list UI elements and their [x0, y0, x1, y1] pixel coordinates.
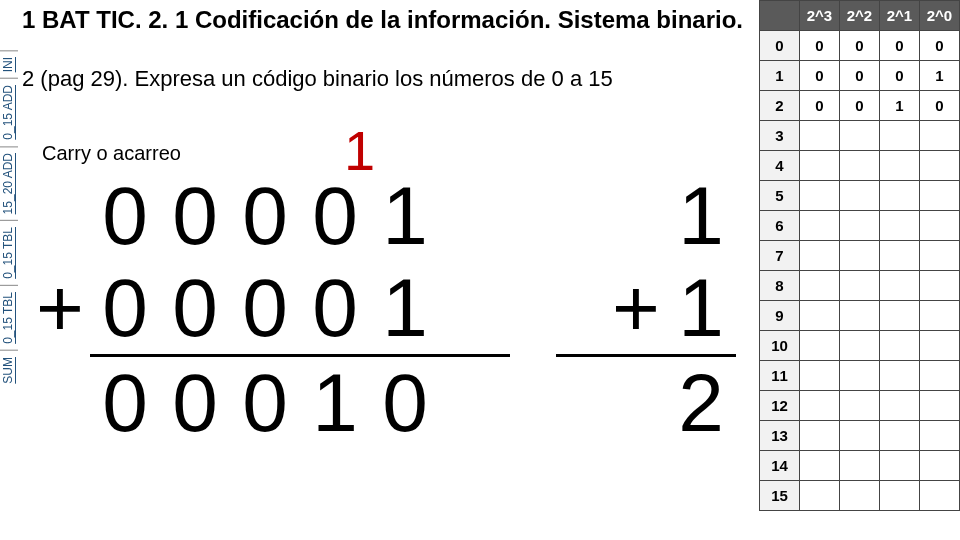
table-cell	[840, 121, 880, 151]
table-header-2-0: 2^0	[920, 1, 960, 31]
table-cell: 0	[880, 31, 920, 61]
table-row-number: 1	[760, 61, 800, 91]
table-row: 7	[760, 241, 960, 271]
table-cell	[920, 391, 960, 421]
table-row: 15	[760, 481, 960, 511]
table-cell	[880, 301, 920, 331]
binary-result: 0 0 0 1 0	[30, 357, 510, 449]
nav-link-sum[interactable]: SUM	[0, 350, 18, 390]
decimal-addend-1: 1	[516, 170, 736, 262]
nav-link-15-20-add[interactable]: 15_20 ADD	[0, 146, 18, 220]
table-cell	[840, 361, 880, 391]
table-cell	[800, 181, 840, 211]
bin-a2-d3: 0	[300, 261, 370, 355]
table-row: 6	[760, 211, 960, 241]
decimal-addend-2: + 1	[516, 262, 736, 354]
bin-r-d0: 0	[90, 356, 160, 450]
table-row: 14	[760, 451, 960, 481]
table-cell	[880, 331, 920, 361]
dec-a2: 1	[666, 261, 736, 355]
table-cell	[880, 451, 920, 481]
table-cell	[840, 481, 880, 511]
table-cell	[920, 301, 960, 331]
table-cell	[920, 271, 960, 301]
table-cell	[920, 121, 960, 151]
table-row-number: 8	[760, 271, 800, 301]
table-cell	[800, 241, 840, 271]
table-row-number: 14	[760, 451, 800, 481]
table-cell	[800, 271, 840, 301]
table-cell	[800, 331, 840, 361]
table-row: 5	[760, 181, 960, 211]
table-cell	[840, 421, 880, 451]
table-cell: 0	[880, 61, 920, 91]
table-row: 00000	[760, 31, 960, 61]
table-row-number: 13	[760, 421, 800, 451]
table-row-number: 12	[760, 391, 800, 421]
table-cell	[920, 181, 960, 211]
table-cell	[920, 151, 960, 181]
table-cell: 0	[800, 91, 840, 121]
table-cell	[800, 361, 840, 391]
table-cell	[840, 451, 880, 481]
table-header-2-2: 2^2	[840, 1, 880, 31]
table-row-number: 0	[760, 31, 800, 61]
table-row: 13	[760, 421, 960, 451]
table-row: 9	[760, 301, 960, 331]
nav-link-0-15-add[interactable]: 0_15 ADD	[0, 78, 18, 146]
table-cell	[800, 301, 840, 331]
bin-r-d2: 0	[230, 356, 300, 450]
bin-a1-d4: 1	[370, 169, 440, 263]
side-nav: INI 0_15 ADD 15_20 ADD 0_15 TBL 0_15 TBL…	[0, 50, 18, 390]
table-cell	[920, 211, 960, 241]
binary-addition: 0 0 0 0 1 + 0 0 0 0 1 0 0 0 1	[30, 170, 510, 449]
table-cell: 1	[880, 91, 920, 121]
table-cell	[840, 301, 880, 331]
table-cell	[920, 331, 960, 361]
table-row: 20010	[760, 91, 960, 121]
table-row-number: 10	[760, 331, 800, 361]
table-cell: 1	[920, 61, 960, 91]
table-row: 12	[760, 391, 960, 421]
bin-r-d4: 0	[370, 356, 440, 450]
table-cell: 0	[800, 61, 840, 91]
dec-plus-symbol: +	[606, 261, 666, 355]
bin-a2-d2: 0	[230, 261, 300, 355]
bin-a1-d0: 0	[90, 169, 160, 263]
nav-link-ini[interactable]: INI	[0, 50, 18, 78]
binary-addend-1: 0 0 0 0 1	[30, 170, 510, 262]
table-cell	[800, 451, 840, 481]
nav-link-0-15-tbl-2[interactable]: 0_15 TBL	[0, 285, 18, 350]
table-cell	[880, 271, 920, 301]
table-cell	[800, 421, 840, 451]
dec-r: 2	[666, 356, 736, 450]
nav-link-0-15-tbl-1[interactable]: 0_15 TBL	[0, 220, 18, 285]
table-row-number: 2	[760, 91, 800, 121]
table-cell	[800, 121, 840, 151]
binary-addend-2: + 0 0 0 0 1	[30, 262, 510, 354]
table-cell	[880, 211, 920, 241]
table-cell	[880, 151, 920, 181]
bin-a1-d1: 0	[160, 169, 230, 263]
decimal-result: 2	[516, 357, 736, 449]
carry-label: Carry o acarreo	[42, 142, 181, 165]
table-row-number: 9	[760, 301, 800, 331]
table-header-blank	[760, 1, 800, 31]
table-cell	[920, 421, 960, 451]
bin-a2-d0: 0	[90, 261, 160, 355]
bin-r-d1: 0	[160, 356, 230, 450]
table-cell	[880, 121, 920, 151]
table-cell: 0	[920, 91, 960, 121]
table-row: 11	[760, 361, 960, 391]
table-row-number: 6	[760, 211, 800, 241]
table-cell	[880, 481, 920, 511]
table-cell	[800, 211, 840, 241]
table-cell	[880, 241, 920, 271]
table-row: 3	[760, 121, 960, 151]
table-cell	[920, 451, 960, 481]
table-header-2-3: 2^3	[800, 1, 840, 31]
bin-a2-d1: 0	[160, 261, 230, 355]
table-cell: 0	[840, 31, 880, 61]
bin-a1-d2: 0	[230, 169, 300, 263]
table-cell	[920, 361, 960, 391]
